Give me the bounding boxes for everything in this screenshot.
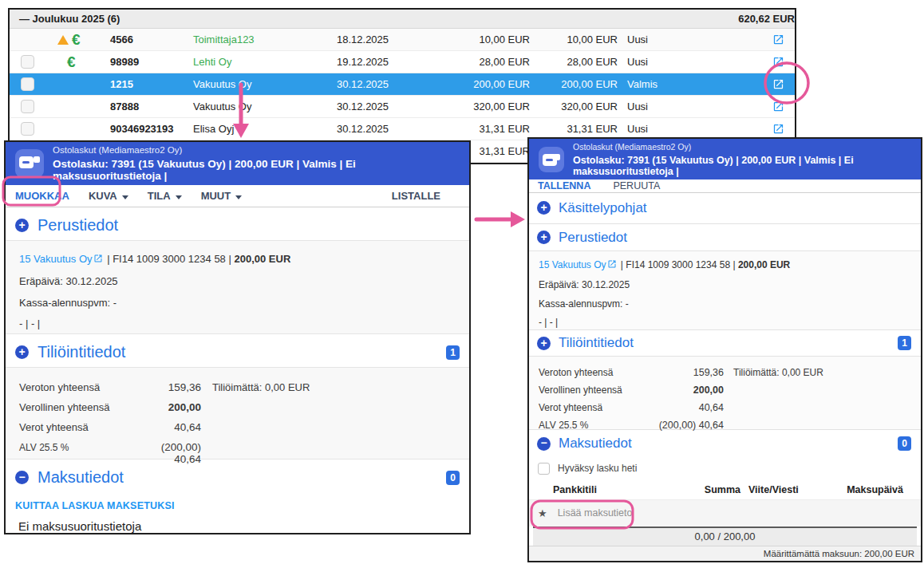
open-invoice-button[interactable] xyxy=(772,123,795,135)
open-invoice-button[interactable] xyxy=(772,78,795,90)
external-link-icon[interactable] xyxy=(607,259,617,269)
invoice-detail-window: Ostolaskut (Mediamaestro2 Oy) Ostolasku:… xyxy=(4,140,471,534)
fin-value: 40,64 xyxy=(658,402,724,413)
row-checkbox[interactable] xyxy=(21,77,34,91)
statusbar: Määrittämättä maksuun: 200,00 EUR xyxy=(529,546,921,561)
fin-label: ALV 25.5 % xyxy=(19,442,140,453)
section-perustiedot[interactable]: Perustiedot xyxy=(529,224,921,252)
expand-icon[interactable] xyxy=(537,231,551,244)
section-kasittelypohjat[interactable]: Käsittelypohjat xyxy=(529,193,921,224)
status-label: Uusi xyxy=(618,56,705,68)
settle-invoice-link[interactable]: KUITTAA LASKUA MAKSETUKSI xyxy=(6,492,469,511)
table-group-header[interactable]: — Joulukuu 2025 (6) 620,62 EUR xyxy=(10,10,795,29)
menu-peruuta[interactable]: PERUUTA xyxy=(613,180,660,191)
status-label: Uusi xyxy=(618,34,705,45)
supplier-link[interactable]: 15 Vakuutus Oy xyxy=(19,253,93,265)
collapse-icon[interactable] xyxy=(15,471,29,484)
expand-icon[interactable] xyxy=(537,337,551,350)
no-payments-text: Ei maksusuoritustietoja xyxy=(6,511,469,533)
invoice-amount: 28,00 EUR xyxy=(437,56,530,68)
expand-icon[interactable] xyxy=(537,201,551,215)
status-label: Uusi xyxy=(618,101,705,112)
column-viite-viesti: Viite/Viesti xyxy=(740,484,847,495)
supplier-link[interactable]: 15 Vakuutus Oy xyxy=(539,259,606,270)
invoice-number: 90346923193 xyxy=(110,123,193,135)
expand-icon[interactable] xyxy=(15,345,29,359)
open-invoice-button[interactable] xyxy=(772,101,795,112)
section-maksutiedot[interactable]: Maksutiedot 0 xyxy=(6,459,469,492)
unassigned-amount: Määrittämättä maksuun: 200,00 EUR xyxy=(764,549,914,558)
app-title: Ostolaskut (Mediamaestro2 Oy) xyxy=(573,142,911,152)
approve-row: Hyväksy lasku heti xyxy=(529,458,921,480)
menu-tila[interactable]: TILA xyxy=(148,190,182,202)
window-header: Ostolaskut (Mediamaestro2 Oy) Ostolasku:… xyxy=(6,142,469,185)
add-payment-row[interactable]: Lisää maksutieto xyxy=(529,499,921,527)
column-summa: Summa xyxy=(673,484,740,495)
section-title: Maksutiedot xyxy=(559,436,632,452)
menu-muokkaa[interactable]: MUOKKAA xyxy=(15,190,69,202)
open-invoice-button[interactable] xyxy=(772,56,795,68)
table-row-selected[interactable]: 1215 Vakuutus Oy 30.12.2025 200,00 EUR 2… xyxy=(10,73,795,96)
invoice-number: 1215 xyxy=(110,78,193,90)
external-link-icon xyxy=(772,101,784,112)
fin-value: (200,00) 40,64 xyxy=(658,420,724,431)
row-checkbox[interactable] xyxy=(21,122,34,136)
fin-value: 159,36 xyxy=(140,381,201,393)
invoice-date: 30.12.2025 xyxy=(337,101,437,112)
table-row[interactable]: € 98989 Lehti Oy 19.12.2025 28,00 EUR 28… xyxy=(10,51,795,73)
fin-value: (200,00) 40,64 xyxy=(140,441,201,465)
column-maksupaiva: Maksupäivä xyxy=(847,484,903,495)
add-payment-label: Lisää maksutieto xyxy=(558,507,633,519)
fin-label: Veroton yhteensä xyxy=(19,381,140,393)
external-link-icon xyxy=(772,34,784,45)
section-perustiedot[interactable]: Perustiedot xyxy=(6,207,469,240)
supplier-name: Toimittaja123 xyxy=(193,34,337,45)
section-tiliointitiedot[interactable]: Tiliöintitiedot 1 xyxy=(529,330,921,357)
euro-icon: € xyxy=(72,32,81,47)
row-checkbox[interactable] xyxy=(21,100,34,113)
table-row[interactable]: 87888 Vakuutus Oy 30.12.2025 320,00 EUR … xyxy=(10,96,795,118)
extra-dashes: - | - | xyxy=(539,317,913,328)
open-invoice-button[interactable] xyxy=(772,34,795,45)
invoice-number: 4566 xyxy=(110,34,193,45)
invoice-title: Ostolasku: 7391 (15 Vakuutus Oy) | 200,0… xyxy=(573,155,911,177)
untallied-amount: Tiliöimättä: 0,00 EUR xyxy=(212,381,310,393)
section-tiliointitiedot[interactable]: Tiliöintitiedot 1 xyxy=(6,334,469,367)
menubar: TALLENNA PERUUTA xyxy=(529,179,921,193)
count-badge: 1 xyxy=(446,345,460,360)
annotation-arrowhead-right xyxy=(511,211,525,227)
collapse-icon[interactable] xyxy=(537,437,551,451)
invoice-date: 19.12.2025 xyxy=(337,56,437,68)
window-header: Ostolaskut (Mediamaestro2 Oy) Ostolasku:… xyxy=(529,139,921,179)
invoice-amount: 320,00 EUR xyxy=(437,101,530,112)
table-row[interactable]: € 4566 Toimittaja123 18.12.2025 10,00 EU… xyxy=(10,29,795,51)
group-label: — Joulukuu 2025 (6) xyxy=(10,13,120,25)
external-link-icon[interactable] xyxy=(93,254,103,263)
menu-listalle[interactable]: LISTALLE xyxy=(392,190,440,202)
menu-muut[interactable]: MUUT xyxy=(201,190,243,202)
external-link-icon xyxy=(772,123,784,135)
approve-label: Hyväksy lasku heti xyxy=(558,463,637,474)
chevron-down-icon xyxy=(122,195,128,199)
iban: | FI14 1009 3000 1234 58 | xyxy=(107,253,231,265)
count-badge: 0 xyxy=(446,471,460,485)
invoice-date: 30.12.2025 xyxy=(337,78,437,90)
row-checkbox[interactable] xyxy=(21,55,34,69)
invoice-title: Ostolasku: 7391 (15 Vakuutus Oy) | 200,0… xyxy=(53,158,460,182)
section-title: Tiliöintitiedot xyxy=(38,343,125,361)
menubar: MUOKKAA KUVA TILA MUUT LISTALLE xyxy=(6,185,469,207)
warning-icon xyxy=(57,35,69,45)
expand-icon[interactable] xyxy=(15,219,29,232)
open-amount: 31,31 EUR xyxy=(530,123,618,135)
due-date: Eräpäivä: 30.12.2025 xyxy=(539,279,913,290)
invoice-date: 30.12.2025 xyxy=(337,123,437,135)
menu-tallenna[interactable]: TALLENNA xyxy=(538,180,590,191)
section-maksutiedot[interactable]: Maksutiedot 0 xyxy=(529,430,921,458)
fin-value: 200,00 xyxy=(658,385,724,396)
invoice-amount: 200,00 EUR xyxy=(738,259,790,270)
star-icon xyxy=(538,506,547,520)
fin-value: 40,64 xyxy=(140,421,201,433)
fin-label: ALV 25.5 % xyxy=(539,420,658,431)
menu-kuva[interactable]: KUVA xyxy=(89,190,128,202)
approve-checkbox[interactable] xyxy=(538,463,550,475)
